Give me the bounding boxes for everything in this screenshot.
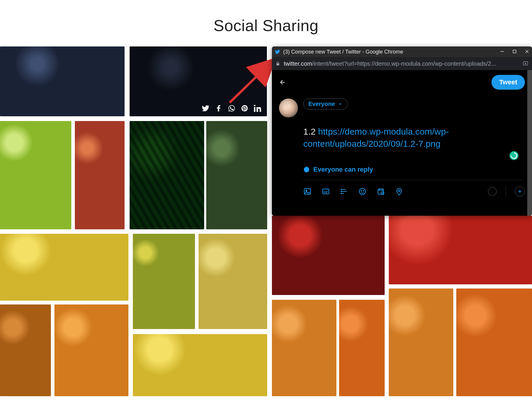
- location-icon[interactable]: [395, 187, 403, 196]
- compose-text-prefix: 1.2: [303, 127, 318, 136]
- compose-textarea[interactable]: 1.2 https://demo.wp-modula.com/wp-conten…: [303, 126, 525, 150]
- whatsapp-icon[interactable]: [228, 104, 236, 112]
- gallery-tile[interactable]: [206, 121, 267, 229]
- reply-settings-label: Everyone can reply: [313, 166, 373, 173]
- lock-icon: [275, 61, 280, 66]
- svg-point-19: [363, 191, 364, 191]
- svg-point-18: [361, 191, 362, 191]
- twitter-compose-window: (3) Compose new Tweet / Twitter - Google…: [272, 46, 532, 216]
- svg-point-17: [359, 188, 366, 195]
- svg-point-16: [341, 193, 342, 194]
- svg-point-15: [341, 191, 342, 192]
- gallery-tile[interactable]: [133, 334, 267, 396]
- gallery-tile[interactable]: [133, 234, 195, 329]
- window-title: (3) Compose new Tweet / Twitter - Google…: [283, 49, 403, 55]
- svg-point-25: [398, 190, 400, 192]
- gallery-canvas: (3) Compose new Tweet / Twitter - Google…: [0, 46, 532, 396]
- install-app-icon[interactable]: [523, 61, 528, 67]
- twitter-favicon-icon: [275, 49, 280, 54]
- divider: [506, 186, 506, 197]
- svg-text:GIF: GIF: [323, 191, 328, 194]
- add-thread-button[interactable]: [515, 186, 525, 196]
- linkedin-icon[interactable]: [254, 104, 262, 112]
- plus-icon: [517, 189, 523, 194]
- window-titlebar: (3) Compose new Tweet / Twitter - Google…: [272, 46, 532, 57]
- character-count-circle: [488, 187, 497, 196]
- svg-point-8: [306, 190, 307, 191]
- gallery-tile[interactable]: [130, 46, 267, 116]
- scrollbar[interactable]: [527, 70, 532, 216]
- gallery-tile[interactable]: [389, 216, 532, 284]
- gallery-tile[interactable]: [272, 300, 336, 396]
- url-text: twitter.com/intent/tweet?url=https://dem…: [284, 60, 519, 67]
- gallery-tile[interactable]: [0, 234, 128, 301]
- globe-icon: [303, 166, 310, 173]
- compose-toolbar: GIF: [303, 186, 525, 197]
- audience-label: Everyone: [308, 101, 335, 107]
- divider: [303, 180, 522, 180]
- gallery-tile[interactable]: [75, 121, 125, 229]
- gallery-tile[interactable]: [389, 288, 453, 396]
- tweet-button[interactable]: Tweet: [491, 75, 525, 90]
- reply-settings[interactable]: Everyone can reply: [303, 166, 525, 173]
- window-close-button[interactable]: [525, 49, 529, 55]
- audience-selector[interactable]: Everyone: [303, 99, 348, 109]
- window-maximize-button[interactable]: [512, 49, 517, 55]
- gallery-tile[interactable]: [339, 300, 385, 396]
- window-minimize-button[interactable]: [500, 49, 504, 55]
- gallery-tile[interactable]: [130, 121, 204, 229]
- twitter-icon[interactable]: [202, 104, 209, 112]
- social-share-strip: [202, 104, 262, 112]
- svg-rect-7: [304, 189, 311, 194]
- compose-body: Tweet Everyone 1.2 https://demo.wp-modul…: [272, 70, 532, 216]
- gallery-tile[interactable]: [0, 121, 71, 229]
- gallery-tile[interactable]: [199, 234, 267, 329]
- page-title: Social Sharing: [0, 16, 532, 35]
- gallery-tile[interactable]: [456, 288, 532, 396]
- pinterest-icon[interactable]: [241, 104, 249, 112]
- gallery-tile[interactable]: [54, 304, 128, 396]
- emoji-icon[interactable]: [358, 187, 367, 196]
- avatar[interactable]: [279, 99, 298, 117]
- gif-icon[interactable]: GIF: [322, 187, 330, 196]
- facebook-icon[interactable]: [215, 104, 223, 112]
- svg-rect-2: [513, 50, 516, 53]
- back-button[interactable]: [279, 79, 286, 86]
- gallery-tile[interactable]: [0, 46, 125, 116]
- poll-icon[interactable]: [340, 187, 348, 196]
- grammarly-icon[interactable]: [510, 151, 518, 160]
- gallery-tile[interactable]: [0, 304, 51, 396]
- compose-text-link: https://demo.wp-modula.com/wp-content/up…: [303, 127, 449, 149]
- gallery-tile[interactable]: [272, 216, 385, 295]
- address-bar[interactable]: twitter.com/intent/tweet?url=https://dem…: [272, 57, 532, 70]
- svg-point-14: [341, 189, 342, 190]
- image-icon[interactable]: [303, 187, 312, 196]
- schedule-icon[interactable]: [377, 187, 385, 196]
- chevron-down-icon: [338, 102, 343, 107]
